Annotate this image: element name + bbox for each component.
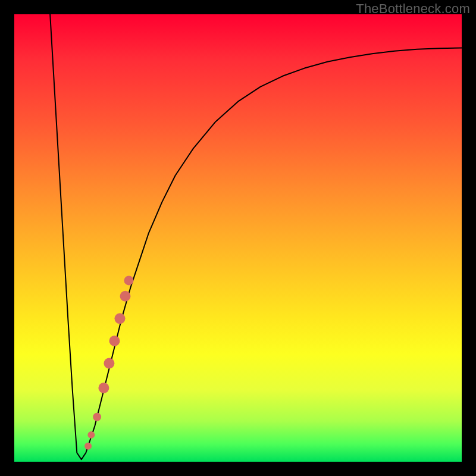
chart-marker: [98, 383, 109, 393]
watermark-text: TheBottleneck.com: [356, 1, 470, 17]
chart-frame: TheBottleneck.com: [0, 0, 476, 476]
plot-area: [14, 14, 462, 462]
chart-marker: [87, 431, 95, 439]
bottleneck-curve: [50, 14, 462, 459]
chart-marker: [104, 358, 114, 369]
chart-marker: [124, 275, 134, 285]
chart-marker: [93, 413, 101, 421]
chart-marker: [114, 313, 125, 324]
chart-marker: [84, 443, 92, 450]
chart-marker: [109, 336, 120, 346]
chart-marker: [120, 291, 131, 302]
chart-overlay: [14, 14, 462, 462]
